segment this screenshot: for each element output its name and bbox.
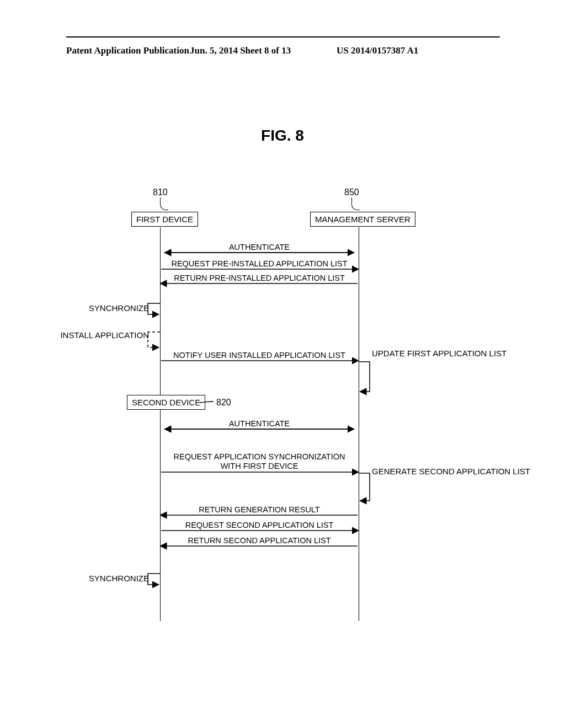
figure-title: FIG. 8: [0, 127, 565, 144]
header-patent-number: US 2014/0157387 A1: [337, 45, 418, 56]
page: Patent Application Publication Jun. 5, 2…: [0, 0, 565, 728]
header-publication: Patent Application Publication: [66, 45, 189, 56]
sequence-diagram: 810 850 FIRST DEVICE MANAGEMENT SERVER S…: [72, 188, 502, 640]
header-date-sheet: Jun. 5, 2014 Sheet 8 of 13: [190, 45, 291, 56]
arrows-layer: [72, 188, 502, 640]
header-divider: [66, 36, 500, 38]
